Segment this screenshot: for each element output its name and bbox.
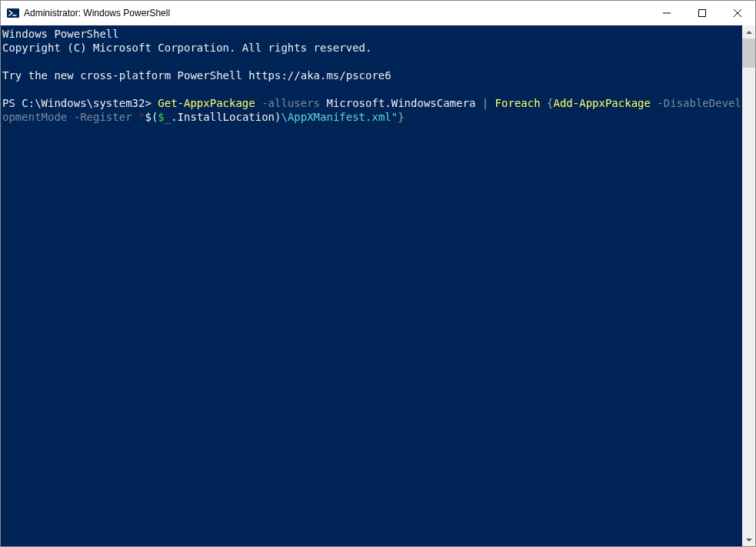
svg-rect-3 bbox=[699, 10, 706, 17]
powershell-icon bbox=[7, 7, 19, 19]
string-path: \AppXManifest.xml" bbox=[281, 111, 398, 123]
parameter: Mode bbox=[42, 111, 68, 123]
scrollbar-thumb[interactable] bbox=[742, 38, 755, 68]
scroll-down-button[interactable] bbox=[742, 533, 755, 546]
cmdlet: Add-AppxPackage bbox=[553, 97, 650, 109]
console-area: Windows PowerShell Copyright (C) Microso… bbox=[1, 25, 755, 546]
pipe: | bbox=[482, 97, 488, 109]
cmdlet: Foreach bbox=[488, 97, 540, 109]
minimize-icon bbox=[663, 9, 671, 17]
svg-rect-0 bbox=[7, 8, 19, 18]
parameter: -Register bbox=[67, 111, 132, 123]
close-icon bbox=[734, 9, 741, 17]
chevron-up-icon bbox=[746, 31, 752, 34]
maximize-button[interactable] bbox=[684, 1, 720, 25]
window-title: Administrator: Windows PowerShell bbox=[24, 8, 649, 18]
titlebar[interactable]: Administrator: Windows PowerShell bbox=[1, 1, 755, 25]
scrollbar-track[interactable] bbox=[742, 38, 755, 533]
minimize-button[interactable] bbox=[649, 1, 684, 25]
prompt: PS C:\Windows\system32> bbox=[2, 97, 158, 109]
banner-line: Try the new cross-platform PowerShell ht… bbox=[2, 69, 391, 82]
property: .InstallLocation bbox=[171, 111, 275, 123]
window-controls bbox=[649, 1, 755, 25]
scroll-up-button[interactable] bbox=[742, 25, 755, 38]
close-button[interactable] bbox=[720, 1, 755, 25]
banner-line: Copyright (C) Microsoft Corporation. All… bbox=[2, 42, 371, 54]
subexpr-open: $( bbox=[145, 111, 158, 123]
maximize-icon bbox=[698, 9, 706, 17]
powershell-window: Administrator: Windows PowerShell Window… bbox=[0, 0, 756, 547]
string-quote: " bbox=[132, 111, 145, 123]
parameter: -allusers bbox=[255, 97, 320, 109]
cmdlet: Get-AppxPackage bbox=[158, 97, 255, 109]
brace: { bbox=[541, 97, 554, 109]
console-output[interactable]: Windows PowerShell Copyright (C) Microso… bbox=[1, 25, 742, 546]
banner-line: Windows PowerShell bbox=[2, 28, 119, 40]
brace: } bbox=[398, 111, 404, 123]
chevron-down-icon bbox=[746, 539, 752, 542]
vertical-scrollbar[interactable] bbox=[742, 25, 755, 546]
argument: Microsoft.WindowsCamera bbox=[320, 97, 482, 109]
variable: $_ bbox=[158, 111, 171, 123]
